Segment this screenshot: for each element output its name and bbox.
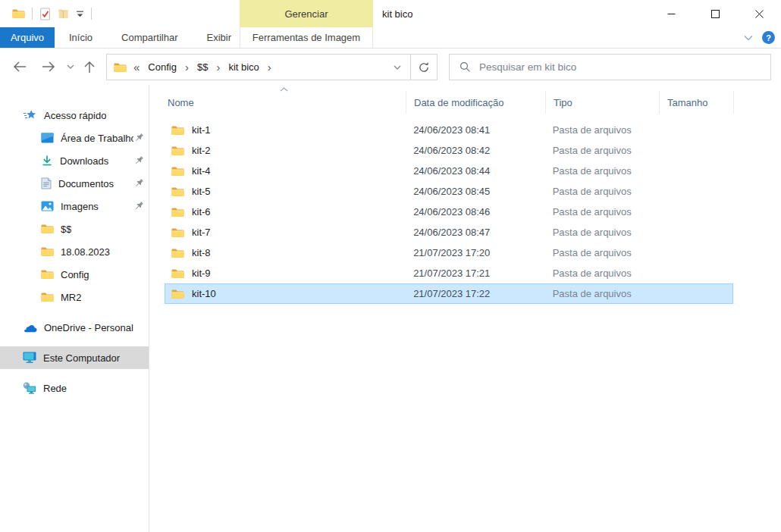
maximize-icon [711,10,720,18]
breadcrumb-separator-icon[interactable]: › [209,61,227,74]
sidebar-item-pictures[interactable]: Imagens [0,195,149,217]
qat-folder-icon[interactable] [12,8,25,19]
pin-icon [133,155,145,167]
file-date-cell: 24/06/2023 08:42 [406,145,545,156]
breadcrumb-separator-icon[interactable]: › [178,61,196,74]
column-header-date-modified[interactable]: Data de modificação [406,91,545,114]
refresh-button[interactable] [410,54,438,80]
forward-arrow-icon [42,61,55,72]
maximize-button[interactable] [693,0,737,27]
pin-icon [133,132,145,144]
sidebar-item-dollar-folder[interactable]: $$ [0,217,149,240]
file-date-cell: 21/07/2023 17:22 [406,288,545,299]
column-header-name[interactable]: Nome [165,91,406,114]
address-bar[interactable]: « Config › $$ › kit bico › [106,54,438,80]
tab-image-tools[interactable]: Ferramentas de Imagem [240,27,373,48]
address-dropdown-button[interactable] [384,61,410,73]
tab-file[interactable]: Arquivo [0,27,55,48]
file-type-cell: Pasta de arquivos [545,124,659,136]
breadcrumb-collapsed[interactable]: « [127,61,146,74]
qat-pale-folder-icon[interactable] [58,8,69,20]
file-type-cell: Pasta de arquivos [545,165,659,177]
column-header-size[interactable]: Tamanho [659,91,733,114]
file-date-cell: 21/07/2023 17:20 [406,247,545,258]
contextual-tab-group: Gerenciar [240,0,373,27]
folder-icon [171,125,184,136]
qat-separator [91,8,92,20]
sidebar-item-downloads[interactable]: Downloads [0,149,149,172]
breadcrumb-separator-icon[interactable]: › [261,61,278,74]
tab-share[interactable]: Compartilhar [107,27,192,48]
downloads-arrow-icon [41,155,53,167]
pin-icon [133,200,145,212]
file-date-cell: 24/06/2023 08:47 [406,227,545,238]
folder-icon [171,186,184,197]
help-button[interactable]: ? [762,31,775,44]
sidebar-item-mr2[interactable]: MR2 [0,286,149,308]
file-name-cell: kit-2 [165,145,406,156]
file-row-kit-2[interactable]: kit-2 24/06/2023 08:42 Pasta de arquivos [165,140,733,161]
back-arrow-icon [13,61,27,72]
sidebar-item-config[interactable]: Config [0,263,149,286]
navigation-pane: Acesso rápido Área de Trabalho Downloads [0,85,149,532]
up-button[interactable] [80,49,99,85]
chevron-down-icon [394,65,401,70]
sidebar-group-gap [0,339,149,346]
sidebar-item-quick-access[interactable]: Acesso rápido [0,104,149,127]
file-row-kit-4[interactable]: kit-4 24/06/2023 08:44 Pasta de arquivos [165,161,733,181]
sidebar-item-this-pc[interactable]: Este Computador [0,346,149,369]
sidebar-item-desktop[interactable]: Área de Trabalho [0,127,149,149]
sidebar-item-onedrive[interactable]: OneDrive - Personal [0,316,149,339]
folder-icon [41,269,54,280]
recent-locations-button[interactable] [64,49,77,85]
forward-button[interactable] [39,49,58,85]
network-icon [23,382,36,394]
window-controls [649,0,781,27]
file-name-cell: kit-10 [165,288,406,299]
file-row-kit-9[interactable]: kit-9 21/07/2023 17:21 Pasta de arquivos [165,263,733,283]
ribbon-tabs: Arquivo Início Compartilhar Exibir Ferra… [0,27,781,49]
breadcrumb-segment[interactable]: $$ [196,61,209,73]
file-list: Nome Data de modificação Tipo Tamanho ki… [149,85,781,532]
sidebar-item-network[interactable]: Rede [0,377,149,399]
breadcrumb: « Config › $$ › kit bico › [107,55,384,80]
file-name-cell: kit-1 [165,124,406,136]
tab-home[interactable]: Início [55,27,107,48]
file-row-kit-5[interactable]: kit-5 24/06/2023 08:45 Pasta de arquivos [165,181,733,202]
breadcrumb-segment[interactable]: Config [146,61,178,73]
document-icon [41,177,52,189]
file-row-kit-8[interactable]: kit-8 21/07/2023 17:20 Pasta de arquivos [165,243,733,263]
file-type-cell: Pasta de arquivos [545,288,659,299]
column-header-type[interactable]: Tipo [545,91,659,114]
file-name-cell: kit-4 [165,165,406,177]
navigation-bar: « Config › $$ › kit bico › [0,49,781,85]
file-row-kit-6[interactable]: kit-6 24/06/2023 08:46 Pasta de arquivos [165,202,733,222]
qat-checkmark-doc-icon[interactable] [39,8,51,20]
close-button[interactable] [737,0,781,27]
file-type-cell: Pasta de arquivos [545,186,659,197]
file-row-kit-10-selected[interactable]: kit-10 21/07/2023 17:22 Pasta de arquivo… [165,283,733,304]
back-button[interactable] [11,49,29,85]
file-row-kit-1[interactable]: kit-1 24/06/2023 08:41 Pasta de arquivos [165,120,733,140]
file-name-cell: kit-7 [165,227,406,238]
file-type-cell: Pasta de arquivos [545,206,659,217]
window-title: kit bico [382,0,412,27]
file-name-cell: kit-9 [165,268,406,279]
search-input[interactable] [479,61,770,73]
folder-icon [171,248,184,258]
quick-access-star-icon [23,109,37,121]
tab-view[interactable]: Exibir [193,27,246,48]
sidebar-item-18-08-2023[interactable]: 18.08.2023 [0,240,149,263]
file-name-cell: kit-8 [165,247,406,258]
search-icon [460,61,471,73]
expand-ribbon-chevron-icon[interactable] [744,35,753,41]
file-row-kit-7[interactable]: kit-7 24/06/2023 08:47 Pasta de arquivos [165,222,733,243]
sidebar-item-documents[interactable]: Documentos [0,172,149,195]
column-headers: Nome Data de modificação Tipo Tamanho [165,91,734,114]
minimize-button[interactable] [649,0,693,27]
folder-icon [171,289,184,299]
breadcrumb-segment[interactable]: kit bico [227,61,260,73]
folder-icon [171,227,184,238]
customize-qat-dropdown-icon[interactable] [76,11,84,17]
file-type-cell: Pasta de arquivos [545,268,659,279]
